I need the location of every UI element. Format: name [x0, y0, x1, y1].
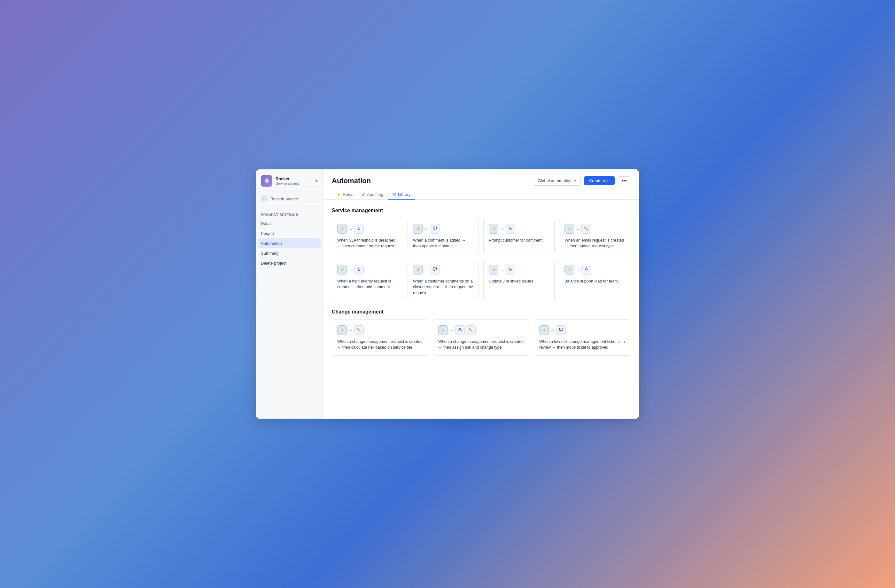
refresh-icon-box: ↻: [506, 224, 515, 233]
pencil-icon-box: ✏️: [354, 325, 364, 335]
person-icon: [458, 327, 462, 333]
rule-text: When a high priority request is created …: [337, 278, 397, 290]
create-rule-button[interactable]: Create rule: [584, 176, 615, 185]
sidebar-chevron-icon[interactable]: ▾: [316, 179, 317, 183]
rule-card-low-risk-review[interactable]: ⚡ → When a low risk cha: [534, 319, 630, 356]
lightning-icon: ⚡: [542, 327, 547, 333]
person-icon: [584, 267, 589, 272]
arrow-icon: →: [575, 267, 580, 272]
rule-card-sla-threshold[interactable]: ⚡ → ↻ When SLA threshold is breached → t…: [332, 218, 403, 255]
more-options-button[interactable]: •••: [618, 176, 630, 185]
rule-text: When an email request is created → then …: [564, 238, 625, 249]
lightning-icon: ⚡: [567, 226, 572, 231]
rule-icons: ⚡ → ✏️: [337, 325, 423, 335]
svg-rect-0: [393, 193, 396, 194]
svg-rect-1: [393, 194, 396, 195]
external-link-icon: ↗: [573, 179, 576, 183]
person-icon-box: [581, 265, 591, 274]
lightning-icon-box: ⚡: [539, 325, 549, 335]
rule-icons: ⚡ → ↻: [489, 265, 549, 274]
library-icon: [392, 192, 396, 197]
comment-icon-box: [556, 325, 566, 335]
main-content: Automation Global automation ↗ Create ru…: [323, 169, 639, 419]
rule-card-prompt-customer[interactable]: ⚡ → ↻ Prompt customer for comment: [483, 218, 555, 255]
rule-icons: ⚡ →: [564, 265, 625, 274]
tab-audit-log[interactable]: ◎ Audit log: [358, 189, 388, 200]
lightning-icon: ⚡: [340, 226, 345, 231]
lightning-icon: ⚡: [340, 267, 345, 272]
pencil-icon-2: ✏️: [469, 328, 473, 332]
tab-rules[interactable]: ⚡ Rules: [332, 189, 358, 200]
rule-text: When SLA threshold is breached → then co…: [337, 238, 397, 249]
arrow-icon: →: [424, 267, 429, 272]
sidebar-item-summary[interactable]: Summary: [256, 248, 323, 258]
header-actions: Global automation ↗ Create rule •••: [533, 176, 630, 186]
refresh-icon-box: ↻: [354, 265, 364, 274]
refresh-icon: ↻: [509, 267, 512, 272]
arrow-icon: →: [449, 327, 454, 332]
lightning-icon: ⚡: [567, 267, 572, 272]
rule-icons: ⚡ → ✏️: [564, 224, 625, 233]
rule-text: Update Jira linked issues: [489, 278, 549, 284]
sidebar-section-label: Project settings: [256, 208, 323, 218]
sidebar-item-delete-project[interactable]: Delete project: [256, 258, 323, 268]
lightning-icon: ⚡: [440, 327, 446, 333]
lightning-icon-box: ⚡: [564, 265, 574, 274]
rule-icons: ⚡ → ↻: [337, 224, 397, 233]
rule-text: Balance support load for team: [564, 278, 625, 284]
sidebar-item-automation[interactable]: Automation: [258, 238, 321, 248]
rule-card-balance-support[interactable]: ⚡ →: [559, 259, 630, 301]
lightning-icon: ⚡: [491, 267, 496, 272]
svg-rect-2: [393, 195, 396, 196]
service-management-grid: ⚡ → ↻ When SLA threshold is breached → t…: [332, 218, 630, 302]
project-logo: [261, 175, 272, 186]
sidebar-item-people[interactable]: People: [256, 229, 323, 238]
tab-library[interactable]: Library: [388, 189, 415, 200]
rule-card-email-request[interactable]: ⚡ → ✏️ When an email request is created …: [559, 218, 630, 255]
refresh-icon: ↻: [357, 267, 361, 272]
lightning-icon-box: ⚡: [337, 224, 347, 233]
rule-card-change-risk[interactable]: ⚡ → ✏️ When a change management request …: [332, 319, 428, 356]
rule-text: Prompt customer for comment: [489, 238, 549, 243]
rule-text: When a customer comments on a closed req…: [413, 278, 473, 296]
lightning-icon-box: ⚡: [413, 265, 423, 274]
arrow-icon: →: [500, 267, 504, 272]
rule-card-comment-added[interactable]: ⚡ → When a comment is a: [408, 218, 479, 255]
section-change-management: Change management ⚡ → ✏️ When a cha: [332, 309, 630, 356]
back-to-project[interactable]: ← Back to project: [256, 191, 323, 206]
section-title-service: Service management: [332, 208, 630, 214]
rule-icons: ⚡ →: [413, 265, 473, 274]
refresh-icon-box: ↻: [354, 224, 364, 233]
global-automation-label: Global automation: [538, 178, 572, 183]
rule-text: When a comment is added → then update th…: [413, 238, 473, 249]
back-icon: ←: [261, 195, 268, 202]
main-header: Automation Global automation ↗ Create ru…: [323, 169, 639, 186]
comment-icon-box: [430, 224, 440, 233]
lightning-icon: ⚡: [340, 327, 345, 333]
rule-card-change-assign[interactable]: ⚡ →: [433, 319, 529, 356]
rule-icons: ⚡ →: [539, 325, 625, 335]
arrow-icon: →: [424, 227, 429, 231]
rule-card-high-priority[interactable]: ⚡ → ↻ When a high priority request is cr…: [332, 259, 403, 301]
global-automation-button[interactable]: Global automation ↗: [533, 176, 581, 186]
comment-icon: [559, 327, 563, 333]
audit-log-icon: ◎: [362, 192, 366, 197]
rule-icons: ⚡ →: [413, 224, 473, 233]
back-label: Back to project: [270, 197, 298, 202]
rule-text: When a change management request is crea…: [438, 339, 524, 350]
lightning-icon-box: ⚡: [337, 265, 347, 274]
rule-card-update-jira[interactable]: ⚡ → ↻ Update Jira linked issues: [483, 259, 555, 301]
arrow-icon: →: [348, 327, 353, 332]
pencil-icon: ✏️: [357, 328, 361, 332]
section-service-management: Service management ⚡ → ↻ When SLA t: [332, 208, 630, 302]
lightning-icon: ⚡: [415, 226, 421, 231]
arrow-icon: →: [550, 327, 555, 332]
sidebar-item-details[interactable]: Details: [256, 218, 323, 229]
lightning-icon-box: ⚡: [438, 325, 448, 335]
arrow-icon: →: [348, 267, 353, 272]
rule-card-customer-closed[interactable]: ⚡ → When a customer com: [408, 259, 479, 301]
arrow-icon: →: [575, 227, 580, 231]
tabs: ⚡ Rules ◎ Audit log Library: [323, 186, 639, 200]
svg-point-4: [459, 328, 461, 329]
rule-text: When a change management request is crea…: [337, 339, 423, 350]
